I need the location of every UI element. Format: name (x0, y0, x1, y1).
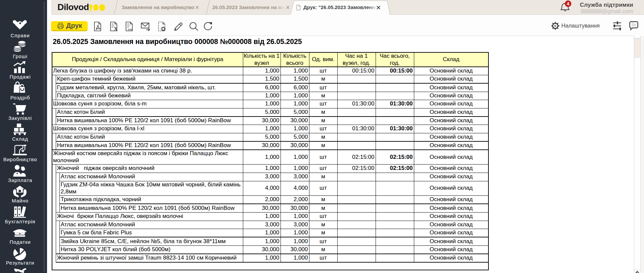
svg-text:X: X (114, 26, 118, 32)
svg-text:csv: csv (128, 28, 133, 31)
